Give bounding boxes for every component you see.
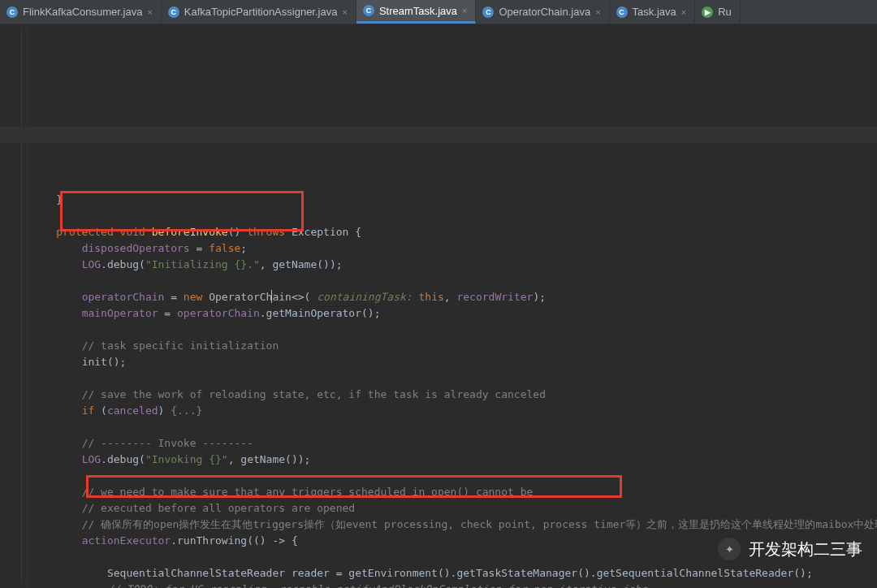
run-icon: ▶ — [702, 6, 713, 18]
class-icon: C — [6, 6, 18, 18]
class-icon: C — [616, 6, 628, 18]
watermark-text: 开发架构二三事 — [749, 538, 862, 560]
tab-flinkkafkaconsumer[interactable]: C FlinkKafkaConsumer.java × — [0, 0, 162, 24]
gutter — [0, 24, 28, 588]
close-icon[interactable]: × — [147, 7, 152, 17]
tab-task[interactable]: C Task.java × — [610, 0, 696, 24]
class-icon: C — [482, 6, 494, 18]
tab-label: Ru — [718, 6, 732, 18]
tab-label: OperatorChain.java — [499, 6, 590, 18]
code-editor[interactable]: } protected void beforeInvoke() throws E… — [0, 24, 877, 588]
close-icon[interactable]: × — [342, 7, 347, 17]
caret-line-highlight — [0, 127, 877, 143]
tab-label: Task.java — [633, 6, 676, 18]
tab-bar: C FlinkKafkaConsumer.java × C KafkaTopic… — [0, 0, 877, 24]
tab-run[interactable]: ▶ Ru — [695, 0, 741, 24]
class-icon: C — [168, 6, 179, 18]
tab-streamtask[interactable]: C StreamTask.java × — [356, 0, 477, 24]
close-icon[interactable]: × — [462, 6, 467, 15]
code-body: } protected void beforeInvoke() throws E… — [31, 175, 877, 588]
tab-kafkatopicpartitionassigner[interactable]: C KafkaTopicPartitionAssigner.java × — [162, 0, 356, 24]
close-icon[interactable]: × — [595, 7, 600, 17]
watermark: ✦ 开发架构二三事 — [718, 538, 862, 560]
tab-label: KafkaTopicPartitionAssigner.java — [184, 6, 338, 18]
tab-operatorchain[interactable]: C OperatorChain.java × — [476, 0, 609, 24]
class-icon: C — [363, 5, 374, 16]
close-icon[interactable]: × — [681, 7, 686, 17]
wechat-icon: ✦ — [718, 538, 741, 560]
tab-label: StreamTask.java — [379, 5, 457, 17]
fold-guide — [21, 29, 22, 582]
tab-label: FlinkKafkaConsumer.java — [23, 6, 142, 18]
